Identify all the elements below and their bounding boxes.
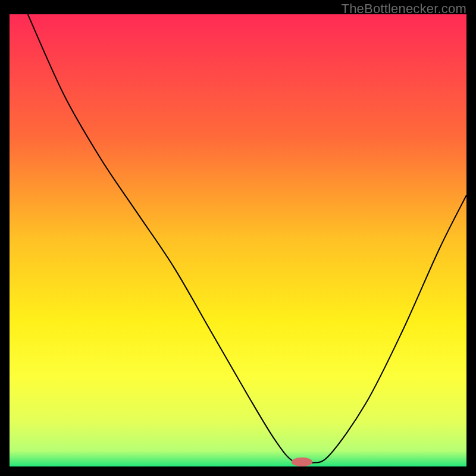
chart-frame xyxy=(10,14,466,466)
bottleneck-chart xyxy=(10,14,466,466)
chart-background xyxy=(10,14,466,466)
optimum-marker xyxy=(292,458,312,466)
